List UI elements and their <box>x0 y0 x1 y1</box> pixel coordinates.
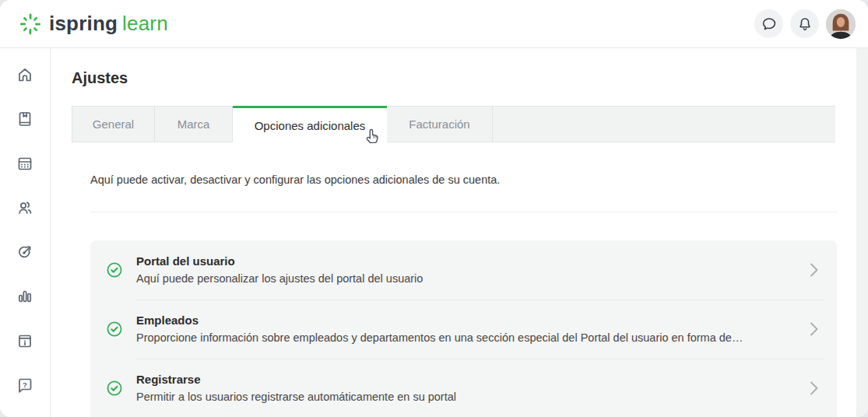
content-divider <box>90 212 837 212</box>
chevron-right-icon[interactable] <box>804 320 823 338</box>
top-bar: ispring learn <box>0 0 868 48</box>
tab-opciones-adicionales[interactable]: Opciones adicionales <box>233 106 387 142</box>
home-icon <box>16 65 34 84</box>
option-portal-del-usuario[interactable]: Portal del usuario Aquí puede personaliz… <box>90 240 837 300</box>
calendar-icon <box>16 154 34 173</box>
brand-name-primary: ispring <box>49 12 118 36</box>
option-subtitle: Proporcione información sobre empleados … <box>136 329 795 346</box>
option-registrarse[interactable]: Registrarse Permitir a los usuarios regi… <box>90 359 837 417</box>
svg-text:?: ? <box>23 380 27 389</box>
body-row: ? Ajustes General Marca Opciones adicion… <box>0 48 868 417</box>
chevron-right-icon[interactable] <box>804 379 823 398</box>
option-subtitle: Aquí puede personalizar los ajustes del … <box>136 270 795 287</box>
help-bubble-icon: ? <box>16 376 34 394</box>
option-title: Registrarse <box>136 371 795 388</box>
page-description: Aquí puede activar, desactivar y configu… <box>72 172 868 187</box>
brand-name-secondary: learn <box>122 12 168 36</box>
speech-bubble-icon <box>761 16 778 33</box>
avatar[interactable] <box>826 9 856 39</box>
app-window: ispring learn <box>0 0 868 417</box>
sidebar-item-training[interactable] <box>16 243 34 261</box>
sidebar-item-courses[interactable] <box>16 110 34 128</box>
chevron-right-icon[interactable] <box>804 261 823 279</box>
option-text: Portal del usuario Aquí puede personaliz… <box>136 253 795 287</box>
sidebar-item-calendar[interactable] <box>16 154 34 173</box>
target-arrow-icon <box>16 243 34 261</box>
tab-filler <box>493 106 835 142</box>
sidebar-item-help[interactable]: ? <box>16 376 34 394</box>
option-text: Empleados Proporcione información sobre … <box>136 312 795 346</box>
option-title: Empleados <box>136 312 795 329</box>
sidebar-item-users[interactable] <box>16 198 34 217</box>
option-text: Registrarse Permitir a los usuarios regi… <box>136 371 795 405</box>
page-title: Ajustes <box>72 48 868 87</box>
bell-icon <box>796 16 814 33</box>
info-box-icon <box>16 331 34 350</box>
tab-marca[interactable]: Marca <box>155 106 233 142</box>
sidebar-item-home[interactable] <box>16 65 34 84</box>
option-subtitle: Permitir a los usuarios registrarse auto… <box>136 388 795 405</box>
options-list: Portal del usuario Aquí puede personaliz… <box>90 240 837 417</box>
chat-button[interactable] <box>754 9 783 38</box>
ispring-spark-icon <box>19 12 42 36</box>
tab-general[interactable]: General <box>72 106 155 142</box>
option-title: Portal del usuario <box>136 253 795 270</box>
sidebar-item-archive[interactable] <box>16 331 34 350</box>
bar-chart-icon <box>16 287 34 306</box>
settings-tabs: General Marca Opciones adicionales Factu… <box>72 106 835 142</box>
sidebar-item-reports[interactable] <box>16 287 34 306</box>
notifications-button[interactable] <box>790 9 819 38</box>
check-circle-icon <box>106 321 123 338</box>
scrollbar-track[interactable] <box>856 48 868 417</box>
check-circle-icon <box>106 380 123 397</box>
topbar-actions <box>754 9 856 39</box>
sidebar: ? <box>0 48 51 417</box>
brand-wordmark: ispring learn <box>49 12 168 36</box>
main-content: Ajustes General Marca Opciones adicional… <box>51 48 868 417</box>
tab-facturacion[interactable]: Facturación <box>387 106 493 142</box>
option-empleados[interactable]: Empleados Proporcione información sobre … <box>90 300 837 359</box>
brand-logo[interactable]: ispring learn <box>19 12 168 36</box>
users-icon <box>16 198 34 217</box>
check-circle-icon <box>106 261 123 279</box>
book-icon <box>16 110 34 128</box>
